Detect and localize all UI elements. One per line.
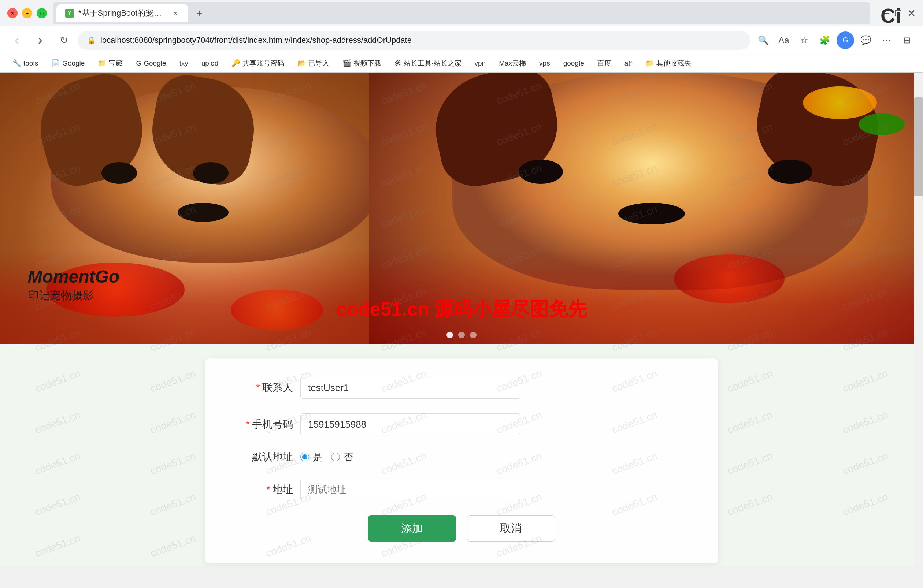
webpage: code51.cn code51.cn code51.cn code51.cn … [0,73,923,567]
carousel-dot-1[interactable] [447,332,453,338]
radio-yes-label: 是 [313,451,322,464]
close-icon[interactable]: ✕ [907,7,916,20]
form-card: *联系人 *手机号码 默认地址 是 [205,359,718,563]
bookmark-vpn[interactable]: vpn [470,57,491,70]
radio-no-label: 否 [343,451,353,464]
form-section: *联系人 *手机号码 默认地址 是 [0,344,923,567]
promo-text: code51.cn 源码小屋尽图免先 [336,296,587,322]
bookmark-vps[interactable]: vps [534,57,555,70]
phone-required-star: * [246,418,250,430]
hero-banner: MomentGo 印记宠物摄影 code51.cn 源码小屋尽图免先 [0,73,923,344]
address-label: *地址 [235,483,293,496]
active-tab[interactable]: Y *基于SpringBoot的宠物用品交易 ✕ [56,4,188,22]
profile-button[interactable]: G [836,31,854,49]
bookmark-webmaster-tools[interactable]: 🛠 站长工具·站长之家 [389,56,466,70]
extensions-button[interactable]: 🧩 [816,31,834,49]
bookmark-imported[interactable]: 📂 已导入 [292,56,334,70]
bookmark-aff[interactable]: aff [619,57,637,70]
browser-chrome: ✕ − □ Y *基于SpringBoot的宠物用品交易 ✕ + ─ □ ✕ ‹… [0,0,923,73]
google-icon-2: G [136,59,141,67]
shared-account-icon: 🔑 [232,59,240,67]
google-icon-1: 📄 [51,59,60,67]
bookmark-video-download[interactable]: 🎬 视频下载 [337,56,386,70]
phone-input[interactable] [301,413,520,435]
default-address-label: 默认地址 [235,450,293,464]
radio-no-item[interactable]: 否 [331,451,353,464]
default-address-radio-group: 是 否 [301,451,353,464]
back-button[interactable]: ‹ [7,31,26,50]
scrollbar[interactable] [914,73,923,567]
scrollbar-thumb[interactable] [914,97,923,196]
radio-yes-input[interactable] [301,452,309,461]
more-button[interactable]: ⋯ [878,31,895,49]
tools-icon: 🔧 [12,59,21,67]
bookmark-star-button[interactable]: ☆ [795,31,813,49]
bookmark-maxvpn[interactable]: Max云梯 [494,56,531,70]
bookmark-google3[interactable]: google [558,57,589,70]
nav-icons: 🔍 Aa ☆ 🧩 G 💬 ⋯ ⊞ [754,31,916,49]
close-window-button[interactable]: ✕ [7,8,18,18]
tab-bar: Y *基于SpringBoot的宠物用品交易 ✕ + [53,2,870,24]
radio-yes-item[interactable]: 是 [301,451,322,464]
forward-button[interactable]: › [31,31,50,50]
hero-logo: MomentGo 印记宠物摄影 [28,267,120,303]
webmaster-icon: 🛠 [394,59,401,67]
bookmark-uplod[interactable]: uplod [196,57,224,70]
folder-icon: 📁 [645,59,654,67]
phone-row: *手机号码 [235,413,688,435]
carousel-dot-3[interactable] [470,332,476,338]
cancel-button[interactable]: 取消 [467,515,555,542]
bookmark-baidu[interactable]: 百度 [592,56,616,70]
bookmarks-bar: 🔧 tools 📄 Google 📁 宝藏 G Google txy uplod… [0,54,923,72]
default-address-row: 默认地址 是 否 [235,450,688,464]
bookmark-google1[interactable]: 📄 Google [46,57,90,70]
title-bar: ✕ − □ Y *基于SpringBoot的宠物用品交易 ✕ + ─ □ ✕ [0,0,923,26]
hero-logo-text: MomentGo [28,267,120,287]
contact-required-star: * [256,382,260,393]
bookmark-baozang[interactable]: 📁 宝藏 [93,56,128,70]
contact-label: *联系人 [235,381,293,395]
baozang-icon: 📁 [98,59,107,67]
add-button[interactable]: 添加 [368,515,456,542]
nav-bar: ‹ › ↻ 🔒 localhost:8080/springbooty704t/f… [0,26,923,54]
hero-logo-sub: 印记宠物摄影 [28,288,120,303]
tab-title: *基于SpringBoot的宠物用品交易 [78,8,166,19]
new-tab-button[interactable]: + [191,5,207,21]
contact-row: *联系人 [235,377,688,399]
ci-label: Ci [880,4,901,28]
wechat-icon[interactable]: 💬 [857,31,875,49]
address-row: *地址 [235,478,688,501]
bookmark-shared-account[interactable]: 🔑 共享账号密码 [227,56,289,70]
radio-no-input[interactable] [331,452,340,461]
contact-input[interactable] [301,377,520,399]
phone-label: *手机号码 [235,418,293,431]
address-bar[interactable]: 🔒 localhost:8080/springbooty704t/front/d… [78,31,750,50]
reader-mode-button[interactable]: Aa [775,31,793,49]
carousel-dots [447,332,476,338]
imported-icon: 📂 [297,59,306,67]
window-controls: ✕ − □ [7,8,47,18]
minimize-window-button[interactable]: − [22,8,32,18]
address-input[interactable] [301,478,520,501]
bookmark-tools[interactable]: 🔧 tools [7,57,43,70]
sidebar-button[interactable]: ⊞ [898,31,916,49]
refresh-button[interactable]: ↻ [54,31,73,50]
carousel-dot-2[interactable] [458,332,465,338]
video-icon: 🎬 [342,59,351,67]
address-required-star: * [266,484,270,495]
bookmark-other-favorites[interactable]: 📁 其他收藏夹 [640,56,696,70]
search-icon-button[interactable]: 🔍 [754,31,772,49]
tab-favicon: Y [65,9,74,18]
tab-close-button[interactable]: ✕ [171,9,179,18]
url-text: localhost:8080/springbooty704t/front/dis… [100,36,741,45]
button-row: 添加 取消 [235,515,688,542]
maximize-window-button[interactable]: □ [37,8,47,18]
bookmark-txy[interactable]: txy [174,57,193,70]
bookmark-google2[interactable]: G Google [131,57,171,70]
